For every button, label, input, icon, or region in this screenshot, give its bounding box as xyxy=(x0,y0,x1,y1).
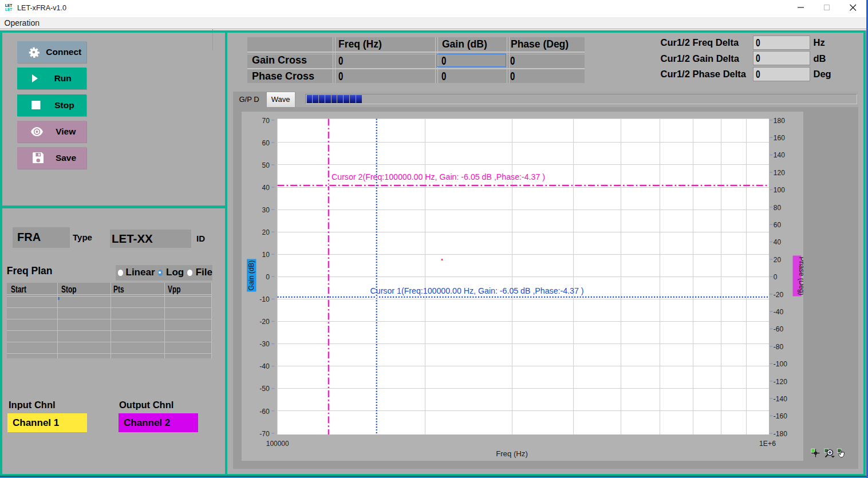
svg-text:20: 20 xyxy=(774,255,781,263)
svg-text:-10: -10 xyxy=(259,295,270,303)
svg-text:40: 40 xyxy=(262,183,270,191)
svg-text:-30: -30 xyxy=(259,339,270,348)
svg-text:60: 60 xyxy=(262,138,270,147)
svg-text:Cursor 1(Freq:100000.00 Hz, Ga: Cursor 1(Freq:100000.00 Hz, Gain: -6.05 … xyxy=(370,286,584,295)
svg-text:100000: 100000 xyxy=(266,439,289,447)
svg-text:-140: -140 xyxy=(774,394,787,402)
svg-text:Phase (Deg): Phase (Deg) xyxy=(798,256,804,295)
svg-text:-180: -180 xyxy=(774,429,787,437)
svg-text:-40: -40 xyxy=(259,362,270,370)
svg-text:30: 30 xyxy=(262,205,270,214)
svg-text:80: 80 xyxy=(774,203,781,211)
svg-text:50: 50 xyxy=(262,160,270,169)
svg-text:0: 0 xyxy=(774,272,778,281)
svg-text:Cursor 2(Freq:100000.00 Hz, Ga: Cursor 2(Freq:100000.00 Hz, Gain: -6.05 … xyxy=(332,172,545,181)
svg-text:-120: -120 xyxy=(774,377,787,385)
svg-text:10: 10 xyxy=(262,250,270,259)
svg-text:-60: -60 xyxy=(259,406,270,415)
svg-text:-60: -60 xyxy=(774,325,784,333)
svg-text:20: 20 xyxy=(262,228,270,236)
svg-text:-160: -160 xyxy=(774,412,787,420)
svg-text:Gain (dB): Gain (dB) xyxy=(247,260,255,290)
svg-text:-70: -70 xyxy=(259,429,270,437)
svg-text:0: 0 xyxy=(266,272,270,281)
svg-text:60: 60 xyxy=(774,220,781,228)
svg-text:LET: LET xyxy=(5,7,12,11)
svg-text:120: 120 xyxy=(774,168,785,176)
svg-text:1E+6: 1E+6 xyxy=(759,439,776,447)
svg-text:70: 70 xyxy=(262,116,270,124)
svg-text:-100: -100 xyxy=(774,360,787,368)
svg-text:140: 140 xyxy=(774,151,785,159)
svg-text:LET: LET xyxy=(5,3,12,7)
svg-text:-80: -80 xyxy=(774,342,784,350)
svg-text:-20: -20 xyxy=(774,290,784,298)
svg-text:160: 160 xyxy=(774,133,785,142)
svg-text:40: 40 xyxy=(774,238,781,246)
svg-text:-50: -50 xyxy=(259,384,270,393)
svg-text:-40: -40 xyxy=(774,307,784,315)
svg-text:100: 100 xyxy=(774,185,785,194)
svg-text:180: 180 xyxy=(774,116,785,124)
svg-text:-20: -20 xyxy=(259,317,270,326)
svg-text:Freq (Hz): Freq (Hz) xyxy=(496,449,528,458)
